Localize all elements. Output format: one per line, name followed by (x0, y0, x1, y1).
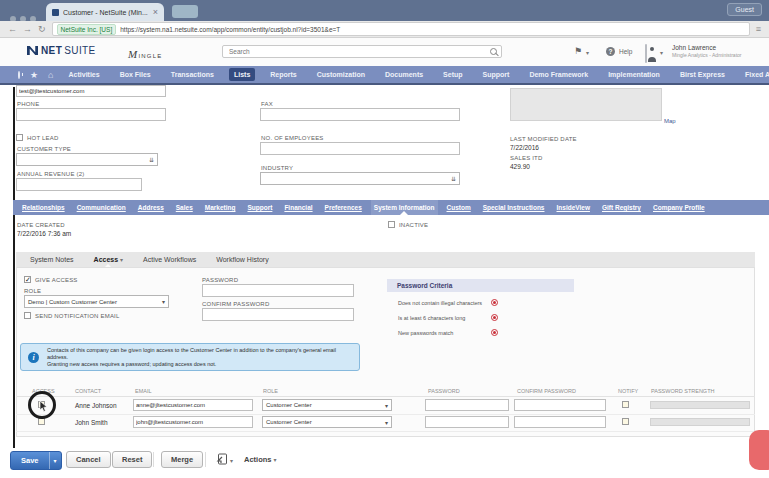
netsuite-favicon (52, 9, 59, 16)
customer-type-label: CUSTOMER TYPE (17, 146, 71, 152)
hot-lead-checkbox[interactable] (16, 134, 23, 141)
tab-access-label: Access (94, 256, 119, 263)
nav-item-documents[interactable]: Documents (380, 68, 428, 81)
browser-tab[interactable]: Customer - NetSuite (Min... × (46, 3, 164, 21)
comments-box[interactable] (510, 88, 662, 121)
nav-item-transactions[interactable]: Transactions (166, 68, 219, 81)
row-email-field[interactable] (133, 416, 253, 428)
subtab-special-instructions[interactable]: Special Instructions (480, 200, 548, 215)
ssl-badge[interactable]: NetSuite Inc. [US] (57, 24, 117, 35)
actions-button[interactable]: Actions ▾ (244, 455, 277, 464)
email-field[interactable] (16, 85, 166, 97)
fax-field[interactable] (260, 108, 460, 121)
role-select[interactable]: Demo | Custom Customer Center▾ (24, 295, 169, 308)
subtab-financial[interactable]: Financial (281, 200, 315, 215)
nav-item-box-files[interactable]: Box Files (115, 68, 156, 81)
user-avatar[interactable] (645, 44, 647, 63)
row-access-checkbox[interactable] (38, 418, 45, 425)
home-icon[interactable]: ⌂ (48, 70, 53, 80)
send-notification-checkbox[interactable] (24, 312, 31, 319)
export-icon[interactable] (216, 453, 228, 465)
guest-button[interactable]: Guest (727, 3, 762, 16)
sales-itd-value: 429.90 (510, 163, 530, 170)
subtab-marketing[interactable]: Marketing (202, 200, 239, 215)
subtab-sales[interactable]: Sales (173, 200, 196, 215)
row-role-select[interactable]: Customer Center▾ (262, 399, 392, 411)
tab-close-icon[interactable]: × (153, 8, 158, 16)
row-email-field[interactable] (133, 399, 253, 411)
nav-item-support[interactable]: Support (478, 68, 515, 81)
reload-icon[interactable]: ↻ (38, 24, 46, 34)
export-caret-icon[interactable]: ▾ (230, 457, 233, 464)
overlay-badge[interactable] (749, 430, 769, 470)
password-field[interactable] (202, 284, 354, 297)
row-confirm-password-field[interactable] (514, 416, 606, 428)
subtab-insideview[interactable]: InsideView (553, 200, 592, 215)
tab-access[interactable]: Access ▾ (86, 252, 132, 268)
screen: Customer - NetSuite (Min... × Guest ← → … (0, 0, 769, 478)
row-notify-checkbox[interactable] (622, 418, 629, 425)
forward-icon[interactable]: → (23, 24, 32, 34)
search-input[interactable] (227, 47, 490, 56)
save-button[interactable]: Save (11, 452, 49, 469)
give-access-checkbox[interactable]: ✓ (24, 276, 31, 283)
inactive-checkbox[interactable] (388, 221, 395, 228)
tab-workflow-history[interactable]: Workflow History (208, 252, 276, 267)
row-notify-checkbox[interactable] (622, 401, 629, 408)
flag-caret-icon[interactable]: ▾ (586, 49, 589, 56)
nav-item-birst-express[interactable]: Birst Express (675, 68, 730, 81)
subtab-system-information[interactable]: System Information (371, 200, 438, 215)
contact-name: Anne Johnson (75, 402, 117, 409)
nav-item-customization[interactable]: Customization (312, 68, 370, 81)
confirm-password-field[interactable] (202, 308, 354, 321)
map-link[interactable]: Map (664, 118, 676, 124)
nav-item-lists[interactable]: Lists (229, 68, 255, 81)
row-role-select[interactable]: Customer Center▾ (262, 416, 392, 428)
tab-active-workflows[interactable]: Active Workflows (135, 252, 204, 267)
subtab-communication[interactable]: Communication (74, 200, 129, 215)
nav-item-implementation[interactable]: Implementation (603, 68, 665, 81)
recent-records-icon[interactable] (18, 71, 20, 79)
subtab-address[interactable]: Address (135, 200, 167, 215)
subtab-preferences[interactable]: Preferences (322, 200, 365, 215)
address-bar[interactable]: NetSuite Inc. [US] https://system.na1.ne… (52, 22, 750, 36)
role-label: ROLE (24, 288, 41, 294)
phone-field[interactable] (16, 108, 166, 121)
user-caret-icon[interactable]: ▾ (660, 49, 663, 56)
subtab-support[interactable]: Support (244, 200, 275, 215)
annual-revenue-field[interactable] (16, 178, 142, 191)
last-modified-label: LAST MODIFIED DATE (510, 136, 577, 142)
reset-button[interactable]: Reset (112, 451, 152, 468)
shortcuts-star-icon[interactable]: ★ (30, 70, 38, 80)
row-password-field[interactable] (425, 399, 509, 411)
cancel-button[interactable]: Cancel (66, 451, 111, 468)
content-left-edge (13, 87, 15, 455)
nav-item-reports[interactable]: Reports (265, 68, 301, 81)
merge-button[interactable]: Merge (161, 451, 203, 468)
col-header-contact: CONTACT (75, 388, 101, 394)
search-icon[interactable] (490, 48, 497, 55)
user-info: John Lawrence Mingle Analytics - Adminis… (672, 44, 741, 59)
browser-tab-stub[interactable] (172, 5, 198, 18)
row-confirm-password-field[interactable] (514, 399, 606, 411)
help-icon[interactable]: ? (606, 47, 615, 56)
nav-item-fixed-assets[interactable]: Fixed Assets (740, 68, 769, 81)
browser-tabstrip: Customer - NetSuite (Min... × Guest (0, 0, 769, 21)
subtab-gift-registry[interactable]: Gift Registry (599, 200, 644, 215)
nav-item-setup[interactable]: Setup (438, 68, 467, 81)
employees-field[interactable] (260, 142, 460, 155)
industry-select[interactable]: ⇊ (260, 172, 460, 185)
tab-system-notes[interactable]: System Notes (22, 252, 82, 267)
nav-item-demo-framework[interactable]: Demo Framework (524, 68, 593, 81)
customer-type-select[interactable]: ⇊ (16, 153, 158, 166)
subtab-relationships[interactable]: Relationships (19, 200, 68, 215)
subtab-custom[interactable]: Custom (444, 200, 474, 215)
flag-icon[interactable]: ⚑ (574, 46, 582, 56)
row-password-field[interactable] (425, 416, 509, 428)
help-label[interactable]: Help (619, 48, 632, 55)
browser-menu-icon[interactable]: ≡ (756, 24, 761, 34)
save-dropdown-icon[interactable]: ▾ (49, 452, 61, 469)
nav-item-activities[interactable]: Activities (64, 68, 105, 81)
subtab-company-profile[interactable]: Company Profile (650, 200, 708, 215)
back-icon[interactable]: ← (8, 24, 17, 34)
